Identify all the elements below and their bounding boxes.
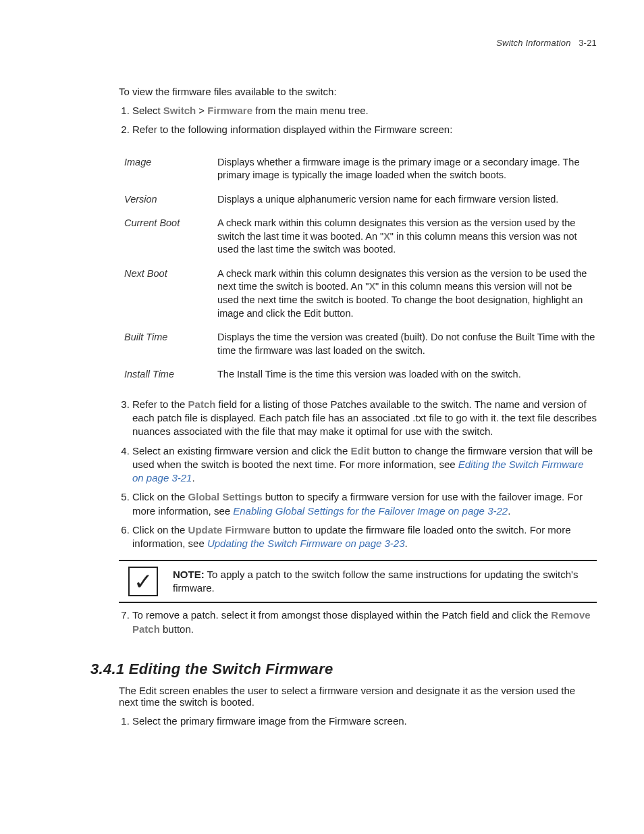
switch-label: Switch: [163, 105, 196, 116]
x-marker: X: [369, 281, 375, 292]
table-row: Image Displays whether a firmware image …: [124, 152, 602, 189]
text: .: [405, 538, 408, 549]
note-text: NOTE: To apply a patch to the switch fol…: [173, 568, 597, 596]
text: Click on the: [132, 491, 188, 502]
section-341-para: The Edit screen enables the user to sele…: [119, 685, 597, 708]
desc-image: Displays whether a firmware image is the…: [217, 152, 602, 189]
patch-label: Patch: [188, 398, 216, 410]
term-current-boot: Current Boot: [124, 213, 217, 263]
term-image: Image: [124, 152, 217, 189]
link-update-firmware[interactable]: Updating the Switch Firmware on page 3-2…: [207, 538, 405, 549]
desc-version: Displays a unique alphanumeric version n…: [217, 189, 602, 213]
step-3: Refer to the Patch field for a listing o…: [132, 398, 597, 439]
note-block: ✓ NOTE: To apply a patch to the switch f…: [119, 560, 597, 603]
text: >: [196, 105, 207, 116]
edit-label: Edit: [350, 445, 369, 457]
header-section: Switch Information: [496, 38, 571, 48]
text: Refer to the: [132, 398, 188, 410]
text: Select an existing firmware version and …: [132, 445, 350, 457]
section-341-steps: Select the primary firmware image from t…: [119, 714, 597, 728]
step-4: Select an existing firmware version and …: [132, 444, 597, 486]
text: .: [192, 472, 194, 484]
body: To view the firmware files available to …: [119, 86, 597, 728]
desc-next-boot: A check mark within this column designat…: [217, 263, 602, 327]
text: button.: [160, 623, 194, 635]
step-2: Refer to the following information displ…: [132, 123, 597, 136]
header-page: 3-21: [579, 38, 597, 48]
x-marker: X: [383, 231, 390, 242]
text: Click on the: [132, 524, 188, 536]
table-row: Version Displays a unique alphanumeric v…: [124, 189, 602, 213]
step-7: To remove a patch. select it from amongs…: [132, 608, 597, 636]
firmware-label: Firmware: [207, 105, 252, 116]
term-next-boot: Next Boot: [124, 263, 217, 327]
note-body: To apply a patch to the switch follow th…: [173, 569, 578, 594]
table-row: Next Boot A check mark within this colum…: [124, 263, 602, 327]
definitions-table: Image Displays whether a firmware image …: [124, 152, 602, 388]
term-install-time: Install Time: [124, 364, 217, 388]
desc-built-time: Displays the time the version was create…: [217, 327, 602, 364]
text: .: [508, 505, 510, 517]
steps-list-3: To remove a patch. select it from amongs…: [119, 608, 597, 636]
table-row: Install Time The Install Time is the tim…: [124, 364, 602, 388]
global-settings-label: Global Settings: [188, 491, 263, 502]
link-global-settings[interactable]: Enabling Global Settings for the Failove…: [233, 505, 508, 517]
table-row: Current Boot A check mark within this co…: [124, 213, 602, 263]
text: from the main menu tree.: [252, 105, 369, 116]
step-1: Select Switch > Firmware from the main m…: [132, 104, 597, 118]
step-6: Click on the Update Firmware button to u…: [132, 523, 597, 551]
page-header: Switch Information 3-21: [47, 38, 597, 48]
desc-install-time: The Install Time is the time this versio…: [217, 364, 602, 388]
steps-list-1: Select Switch > Firmware from the main m…: [119, 104, 597, 137]
term-built-time: Built Time: [124, 327, 217, 364]
note-label: NOTE:: [173, 569, 205, 580]
steps-list-2: Refer to the Patch field for a listing o…: [119, 398, 597, 551]
note-inner: ✓ NOTE: To apply a patch to the switch f…: [119, 561, 597, 602]
intro-text: To view the firmware files available to …: [119, 86, 597, 97]
section-heading-341: 3.4.1 Editing the Switch Firmware: [90, 660, 597, 678]
step-5: Click on the Global Settings button to s…: [132, 490, 597, 518]
section-341-step-1: Select the primary firmware image from t…: [132, 714, 597, 728]
checkmark-icon: ✓: [128, 567, 158, 596]
table-row: Built Time Displays the time the version…: [124, 327, 602, 364]
text: Select: [132, 105, 163, 116]
term-version: Version: [124, 189, 217, 213]
page: Switch Information 3-21 To view the firm…: [0, 0, 644, 834]
desc-current-boot: A check mark within this column designat…: [217, 213, 602, 263]
text: To remove a patch. select it from amongs…: [132, 609, 551, 621]
update-firmware-label: Update Firmware: [188, 524, 271, 536]
